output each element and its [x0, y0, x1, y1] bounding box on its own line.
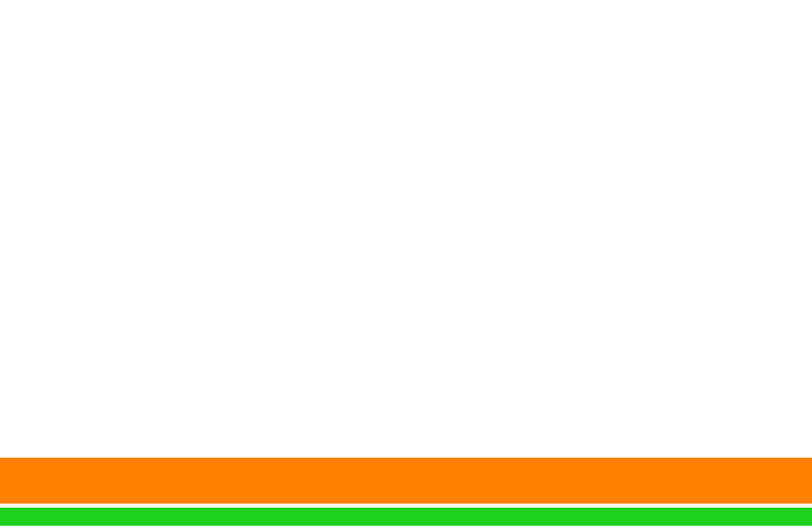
weather-chart: [0, 0, 812, 455]
weather-dashboard: [0, 0, 812, 528]
status-bar: [0, 506, 812, 527]
summary-table: [0, 457, 812, 505]
